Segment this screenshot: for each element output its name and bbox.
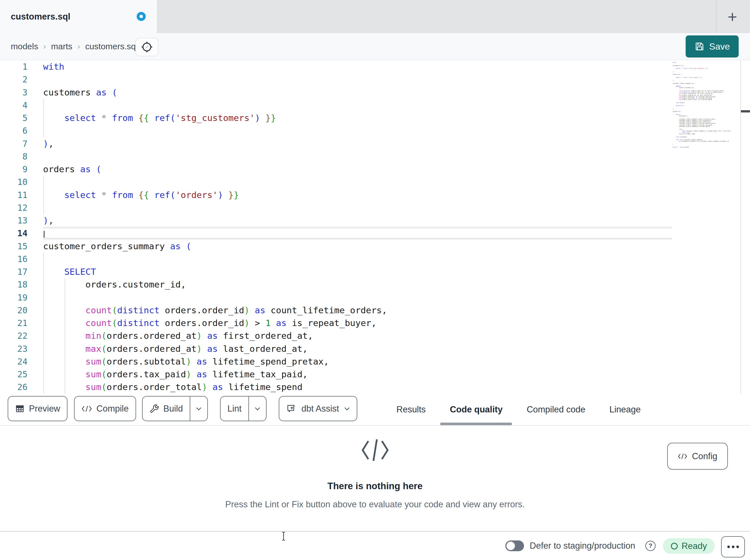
code-line[interactable]: 19 (0, 291, 750, 304)
code-line[interactable]: 12 (0, 201, 750, 214)
breadcrumb-file[interactable]: customers.sql (85, 42, 138, 51)
code-icon (678, 453, 687, 460)
line-number: 26 (0, 381, 27, 393)
unsaved-changes-dot-icon (137, 12, 146, 21)
code-icon (81, 405, 92, 412)
toggle-knob (507, 542, 515, 550)
chevron-right-icon: › (43, 42, 46, 51)
line-number: 14 (0, 227, 27, 240)
build-main[interactable]: Build (143, 397, 190, 421)
line-number: 2 (0, 73, 27, 86)
code-line[interactable]: 20 count(distinct orders.order_id) as co… (0, 304, 750, 317)
line-number: 20 (0, 304, 27, 317)
code-lines: 1with23customers as (45 select * from {{… (0, 60, 750, 394)
minimap[interactable]: withcustomers as ( select * from {{ ref(… (673, 62, 739, 148)
code-line[interactable]: 17 SELECT (0, 265, 750, 278)
preview-label: Preview (29, 403, 60, 414)
compile-label: Compile (96, 403, 129, 414)
locate-in-file-tree-button[interactable] (135, 38, 158, 56)
tab-bar-divider (716, 0, 716, 33)
breadcrumb: models › marts › customers.sql (11, 33, 138, 60)
build-button[interactable]: Build (142, 396, 208, 421)
editor-tab-bar: customers.sql + (0, 0, 750, 33)
line-number: 1 (0, 60, 27, 73)
help-icon[interactable]: ? (645, 541, 656, 551)
floppy-disk-icon (694, 41, 705, 51)
code-line[interactable]: 25 sum(orders.tax_paid) as lifetime_tax_… (0, 368, 750, 381)
code-line[interactable]: 4 (0, 99, 750, 111)
tab-title: customers.sql (11, 12, 70, 22)
overview-ruler-cursor-marker (741, 110, 750, 112)
line-number: 3 (0, 86, 27, 99)
breadcrumb-models[interactable]: models (11, 42, 38, 51)
chat-sparkle-icon (286, 403, 296, 414)
more-options-button[interactable] (721, 536, 745, 557)
code-line[interactable]: 11 select * from {{ ref('orders') }} (0, 189, 750, 201)
lint-button[interactable]: Lint (220, 396, 267, 421)
code-line[interactable]: 16 (0, 253, 750, 265)
build-label: Build (163, 403, 183, 414)
defer-toggle[interactable] (505, 540, 524, 551)
code-line[interactable]: 15customer_orders_summary as ( (0, 240, 750, 253)
dbt-assist-button[interactable]: dbt Assist (279, 396, 357, 421)
dot-icon (736, 545, 739, 548)
ready-circle-icon (671, 543, 678, 549)
lint-label: Lint (228, 403, 242, 414)
code-line[interactable]: 24 sum(orders.subtotal) as lifetime_spen… (0, 355, 750, 368)
code-line[interactable]: 10 (0, 175, 750, 188)
new-tab-button[interactable]: + (721, 2, 744, 30)
line-number: 19 (0, 291, 27, 304)
code-line[interactable]: 26 sum(orders.order_total) as lifetime_s… (0, 381, 750, 393)
code-line[interactable]: 18 orders.customer_id, (0, 278, 750, 291)
preview-button[interactable]: Preview (8, 396, 67, 421)
line-number: 24 (0, 355, 27, 368)
save-button[interactable]: Save (686, 36, 739, 58)
code-line[interactable]: 13), (0, 214, 750, 227)
file-header-row: models › marts › customers.sql Save (0, 33, 750, 60)
code-line[interactable]: 8 (0, 150, 750, 163)
line-number: 25 (0, 368, 27, 381)
line-number: 4 (0, 99, 27, 111)
line-number: 13 (0, 214, 27, 227)
lint-main[interactable]: Lint (221, 397, 249, 421)
dot-icon (727, 545, 730, 548)
table-icon (15, 404, 25, 414)
code-line[interactable]: 5 select * from {{ ref('stg_customers') … (0, 111, 750, 124)
code-line[interactable]: 22 min(orders.ordered_at) as first_order… (0, 329, 750, 342)
tab-code-quality[interactable]: Code quality (450, 394, 502, 425)
code-editor[interactable]: 1with23customers as (45 select * from {{… (0, 60, 750, 394)
config-button[interactable]: Config (667, 443, 728, 470)
line-number: 12 (0, 201, 27, 214)
compile-button[interactable]: Compile (74, 396, 136, 421)
code-line[interactable]: 1with (0, 60, 750, 73)
code-line[interactable]: 23 max(orders.ordered_at) as last_ordere… (0, 343, 750, 355)
result-tabs: Results Code quality Compiled code Linea… (396, 394, 641, 425)
chevron-down-icon (196, 407, 202, 411)
tab-results[interactable]: Results (396, 394, 426, 425)
empty-state: There is nothing here Press the Lint or … (0, 437, 750, 510)
code-line[interactable]: 6 (0, 124, 750, 137)
status-badge: Ready (663, 538, 715, 554)
build-dropdown[interactable] (190, 397, 207, 421)
breadcrumb-marts[interactable]: marts (51, 42, 72, 51)
line-number: 21 (0, 317, 27, 329)
line-number: 7 (0, 138, 27, 150)
chevron-down-icon (344, 407, 350, 411)
line-number: 6 (0, 124, 27, 137)
lint-dropdown[interactable] (249, 397, 266, 421)
code-quality-panel: There is nothing here Press the Lint or … (0, 426, 750, 532)
line-number: 5 (0, 111, 27, 124)
dot-icon (732, 545, 734, 548)
code-line[interactable]: 7), (0, 138, 750, 150)
line-number: 11 (0, 189, 27, 201)
tab-lineage[interactable]: Lineage (609, 394, 640, 425)
tab-compiled-code[interactable]: Compiled code (527, 394, 585, 425)
code-line[interactable]: 9orders as ( (0, 163, 750, 175)
line-number: 23 (0, 343, 27, 355)
tab-customers-sql[interactable]: customers.sql (0, 0, 157, 33)
code-line[interactable]: 3customers as ( (0, 86, 750, 99)
code-line[interactable]: 14 (0, 227, 750, 240)
line-number: 9 (0, 163, 27, 175)
code-line[interactable]: 21 count(distinct orders.order_id) > 1 a… (0, 317, 750, 329)
code-line[interactable]: 2 (0, 73, 750, 86)
